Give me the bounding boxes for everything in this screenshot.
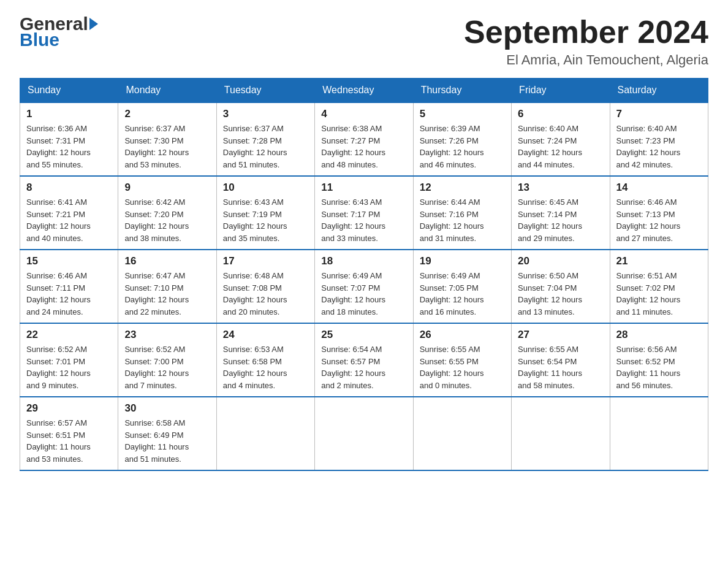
calendar-cell: 19 Sunrise: 6:49 AMSunset: 7:05 PMDaylig… <box>413 250 511 323</box>
day-info: Sunrise: 6:38 AMSunset: 7:27 PMDaylight:… <box>321 123 406 170</box>
calendar-cell: 17 Sunrise: 6:48 AMSunset: 7:08 PMDaylig… <box>216 250 314 323</box>
day-info: Sunrise: 6:54 AMSunset: 6:57 PMDaylight:… <box>321 343 406 391</box>
calendar-cell: 11 Sunrise: 6:43 AMSunset: 7:17 PMDaylig… <box>315 176 413 250</box>
day-number: 9 <box>124 182 210 194</box>
calendar-cell: 21 Sunrise: 6:51 AMSunset: 7:02 PMDaylig… <box>610 250 708 323</box>
calendar-cell: 8 Sunrise: 6:41 AMSunset: 7:21 PMDayligh… <box>20 176 118 250</box>
day-info: Sunrise: 6:42 AMSunset: 7:20 PMDaylight:… <box>124 196 210 244</box>
calendar-cell: 20 Sunrise: 6:50 AMSunset: 7:04 PMDaylig… <box>512 250 610 323</box>
calendar-cell: 18 Sunrise: 6:49 AMSunset: 7:07 PMDaylig… <box>315 250 413 323</box>
weekday-header-saturday: Saturday <box>610 79 708 103</box>
calendar-cell: 29 Sunrise: 6:57 AMSunset: 6:51 PMDaylig… <box>20 397 118 470</box>
calendar-cell: 10 Sunrise: 6:43 AMSunset: 7:19 PMDaylig… <box>216 176 314 250</box>
day-number: 16 <box>124 255 210 267</box>
calendar-table: SundayMondayTuesdayWednesdayThursdayFrid… <box>20 78 708 471</box>
day-number: 10 <box>223 182 308 194</box>
day-number: 1 <box>26 108 112 120</box>
day-number: 8 <box>26 182 112 194</box>
calendar-title: September 2024 <box>464 15 708 50</box>
day-number: 15 <box>26 255 112 267</box>
calendar-cell: 28 Sunrise: 6:56 AMSunset: 6:52 PMDaylig… <box>610 323 708 397</box>
day-number: 17 <box>223 255 308 267</box>
day-info: Sunrise: 6:40 AMSunset: 7:23 PMDaylight:… <box>616 123 702 170</box>
calendar-cell: 26 Sunrise: 6:55 AMSunset: 6:55 PMDaylig… <box>413 323 511 397</box>
day-number: 30 <box>124 402 210 415</box>
day-info: Sunrise: 6:43 AMSunset: 7:19 PMDaylight:… <box>223 196 308 244</box>
weekday-header-wednesday: Wednesday <box>315 79 413 103</box>
day-info: Sunrise: 6:48 AMSunset: 7:08 PMDaylight:… <box>223 270 308 318</box>
day-number: 26 <box>420 329 505 341</box>
calendar-cell: 22 Sunrise: 6:52 AMSunset: 7:01 PMDaylig… <box>20 323 118 397</box>
day-info: Sunrise: 6:39 AMSunset: 7:26 PMDaylight:… <box>420 123 505 170</box>
day-number: 14 <box>616 182 702 194</box>
day-number: 19 <box>420 255 505 267</box>
day-number: 6 <box>518 108 603 120</box>
day-info: Sunrise: 6:57 AMSunset: 6:51 PMDaylight:… <box>26 417 112 465</box>
day-info: Sunrise: 6:58 AMSunset: 6:49 PMDaylight:… <box>124 417 210 465</box>
calendar-cell <box>413 397 511 470</box>
weekday-header-tuesday: Tuesday <box>216 79 314 103</box>
day-info: Sunrise: 6:41 AMSunset: 7:21 PMDaylight:… <box>26 196 112 244</box>
day-number: 3 <box>223 108 308 120</box>
day-info: Sunrise: 6:55 AMSunset: 6:55 PMDaylight:… <box>420 343 505 391</box>
day-info: Sunrise: 6:51 AMSunset: 7:02 PMDaylight:… <box>616 270 702 318</box>
day-info: Sunrise: 6:45 AMSunset: 7:14 PMDaylight:… <box>518 196 603 244</box>
day-info: Sunrise: 6:43 AMSunset: 7:17 PMDaylight:… <box>321 196 406 244</box>
day-info: Sunrise: 6:44 AMSunset: 7:16 PMDaylight:… <box>420 196 505 244</box>
day-info: Sunrise: 6:37 AMSunset: 7:30 PMDaylight:… <box>124 123 210 170</box>
calendar-week-4: 22 Sunrise: 6:52 AMSunset: 7:01 PMDaylig… <box>20 323 708 397</box>
calendar-cell <box>512 397 610 470</box>
day-info: Sunrise: 6:36 AMSunset: 7:31 PMDaylight:… <box>26 123 112 170</box>
day-number: 7 <box>616 108 702 120</box>
calendar-cell: 6 Sunrise: 6:40 AMSunset: 7:24 PMDayligh… <box>512 102 610 176</box>
day-number: 24 <box>223 329 308 341</box>
day-info: Sunrise: 6:46 AMSunset: 7:11 PMDaylight:… <box>26 270 112 318</box>
day-number: 20 <box>518 255 603 267</box>
weekday-header-monday: Monday <box>118 79 216 103</box>
day-number: 25 <box>321 329 406 341</box>
weekday-header-row: SundayMondayTuesdayWednesdayThursdayFrid… <box>20 79 708 103</box>
calendar-cell: 14 Sunrise: 6:46 AMSunset: 7:13 PMDaylig… <box>610 176 708 250</box>
weekday-header-sunday: Sunday <box>20 79 118 103</box>
day-number: 29 <box>26 402 112 415</box>
day-number: 11 <box>321 182 406 194</box>
day-number: 4 <box>321 108 406 120</box>
logo-blue-text: Blue <box>20 31 59 49</box>
day-info: Sunrise: 6:56 AMSunset: 6:52 PMDaylight:… <box>616 343 702 391</box>
logo: General Blue <box>20 15 98 49</box>
calendar-cell <box>315 397 413 470</box>
day-number: 21 <box>616 255 702 267</box>
weekday-header-thursday: Thursday <box>413 79 511 103</box>
calendar-cell <box>610 397 708 470</box>
day-number: 2 <box>124 108 210 120</box>
day-info: Sunrise: 6:40 AMSunset: 7:24 PMDaylight:… <box>518 123 603 170</box>
day-info: Sunrise: 6:52 AMSunset: 7:01 PMDaylight:… <box>26 343 112 391</box>
calendar-week-2: 8 Sunrise: 6:41 AMSunset: 7:21 PMDayligh… <box>20 176 708 250</box>
calendar-cell: 27 Sunrise: 6:55 AMSunset: 6:54 PMDaylig… <box>512 323 610 397</box>
calendar-cell: 13 Sunrise: 6:45 AMSunset: 7:14 PMDaylig… <box>512 176 610 250</box>
logo-triangle-icon <box>89 18 98 30</box>
calendar-week-3: 15 Sunrise: 6:46 AMSunset: 7:11 PMDaylig… <box>20 250 708 323</box>
calendar-cell: 3 Sunrise: 6:37 AMSunset: 7:28 PMDayligh… <box>216 102 314 176</box>
calendar-cell: 24 Sunrise: 6:53 AMSunset: 6:58 PMDaylig… <box>216 323 314 397</box>
day-info: Sunrise: 6:49 AMSunset: 7:05 PMDaylight:… <box>420 270 505 318</box>
calendar-subtitle: El Amria, Ain Temouchent, Algeria <box>464 52 708 68</box>
calendar-cell: 30 Sunrise: 6:58 AMSunset: 6:49 PMDaylig… <box>118 397 216 470</box>
calendar-cell: 9 Sunrise: 6:42 AMSunset: 7:20 PMDayligh… <box>118 176 216 250</box>
calendar-cell: 4 Sunrise: 6:38 AMSunset: 7:27 PMDayligh… <box>315 102 413 176</box>
calendar-cell: 12 Sunrise: 6:44 AMSunset: 7:16 PMDaylig… <box>413 176 511 250</box>
day-info: Sunrise: 6:46 AMSunset: 7:13 PMDaylight:… <box>616 196 702 244</box>
day-number: 5 <box>420 108 505 120</box>
day-info: Sunrise: 6:55 AMSunset: 6:54 PMDaylight:… <box>518 343 603 391</box>
day-info: Sunrise: 6:53 AMSunset: 6:58 PMDaylight:… <box>223 343 308 391</box>
calendar-week-1: 1 Sunrise: 6:36 AMSunset: 7:31 PMDayligh… <box>20 102 708 176</box>
calendar-cell: 25 Sunrise: 6:54 AMSunset: 6:57 PMDaylig… <box>315 323 413 397</box>
title-area: September 2024 El Amria, Ain Temouchent,… <box>464 15 708 68</box>
day-info: Sunrise: 6:52 AMSunset: 7:00 PMDaylight:… <box>124 343 210 391</box>
calendar-cell <box>216 397 314 470</box>
calendar-cell: 5 Sunrise: 6:39 AMSunset: 7:26 PMDayligh… <box>413 102 511 176</box>
weekday-header-friday: Friday <box>512 79 610 103</box>
calendar-cell: 16 Sunrise: 6:47 AMSunset: 7:10 PMDaylig… <box>118 250 216 323</box>
page-header: General Blue September 2024 El Amria, Ai… <box>20 15 708 68</box>
calendar-cell: 1 Sunrise: 6:36 AMSunset: 7:31 PMDayligh… <box>20 102 118 176</box>
